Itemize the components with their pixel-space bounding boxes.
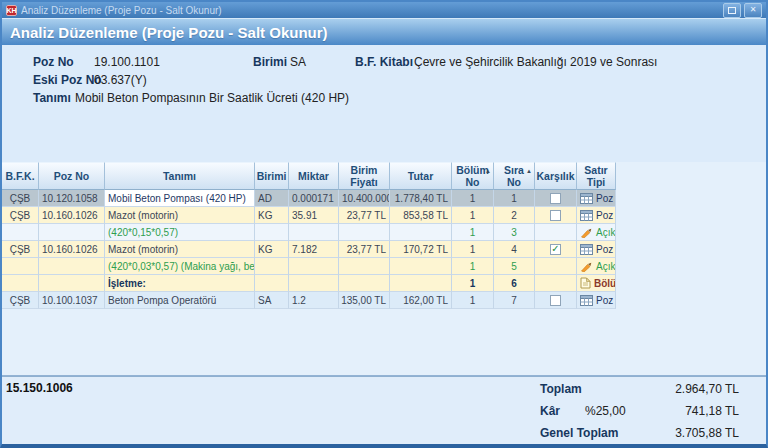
table-row[interactable]: ÇŞB10.160.1026Mazot (motorin)KG35.9123,7… bbox=[2, 207, 766, 224]
rowtype-label: Bölü bbox=[594, 278, 616, 289]
cell-birim_fiyati: 23,77 TL bbox=[339, 241, 390, 258]
cell-miktar: 7.182 bbox=[289, 241, 339, 258]
cell-bfk: ÇŞB bbox=[2, 190, 39, 207]
column-header-label: B.F.K. bbox=[5, 170, 34, 182]
close-button[interactable]: ✕ bbox=[744, 3, 762, 18]
cell-bolum_no: 1 bbox=[452, 224, 494, 241]
kar-label: Kâr bbox=[540, 404, 560, 418]
cell-poz_no: 10.100.1037 bbox=[39, 292, 105, 309]
cell-miktar: 35.91 bbox=[289, 207, 339, 224]
genel-toplam-value: 3.705,88 TL bbox=[675, 426, 739, 440]
cell-tutar: 170,72 TL bbox=[390, 241, 452, 258]
cell-birim_fiyati: 23,77 TL bbox=[339, 207, 390, 224]
cell-karsilik bbox=[535, 190, 577, 207]
table-row[interactable]: (420*0,15*0,57)13Açık bbox=[2, 224, 766, 241]
window-controls: ✕ bbox=[723, 3, 762, 18]
column-header-sira_no[interactable]: Sıra No▲ bbox=[494, 162, 535, 190]
cell-karsilik: ✓ bbox=[535, 241, 577, 258]
karsilik-checkbox[interactable] bbox=[550, 210, 561, 221]
cell-bolum_no: 1 bbox=[452, 292, 494, 309]
column-header-tutar[interactable]: Tutar bbox=[390, 162, 452, 190]
table-grid-icon bbox=[580, 295, 593, 306]
column-header-birim[interactable]: Birimi bbox=[255, 162, 289, 190]
cell-poz_no: 10.160.1026 bbox=[39, 241, 105, 258]
bf-kitabi-value: Çevre ve Şehircilik Bakanlığı 2019 ve So… bbox=[414, 55, 657, 69]
cell-sira_no: 7 bbox=[494, 292, 535, 309]
column-header-bfk[interactable]: B.F.K. bbox=[2, 162, 39, 190]
cell-birim_fiyati: 10.400.000, bbox=[339, 190, 390, 207]
table-row[interactable]: İşletme:16Bölü bbox=[2, 275, 766, 292]
page-title-bar: Analiz Düzenleme (Proje Pozu - Salt Okun… bbox=[2, 18, 766, 46]
cell-miktar: 1.2 bbox=[289, 292, 339, 309]
karsilik-checkbox[interactable]: ✓ bbox=[550, 244, 561, 255]
column-header-satir_tipi[interactable]: Satır Tipi bbox=[577, 162, 616, 190]
rowtype-label: Açık bbox=[596, 261, 615, 272]
cell-poz_no bbox=[39, 258, 105, 275]
column-header-bolum_no[interactable]: Bölüm No▲ bbox=[452, 162, 494, 190]
table-row[interactable]: ÇŞB10.120.1058Mobil Beton Pompası (420 H… bbox=[2, 190, 766, 207]
cell-tutar bbox=[390, 275, 452, 292]
kar-percent: %25,00 bbox=[585, 404, 626, 418]
column-header-birim_fiyati[interactable]: Birim Fiyatı bbox=[339, 162, 390, 190]
table-grid-icon bbox=[580, 193, 593, 204]
cell-sira_no: 3 bbox=[494, 224, 535, 241]
cell-tutar: 162,00 TL bbox=[390, 292, 452, 309]
column-header-label: Miktar bbox=[298, 170, 329, 182]
cell-birim: SA bbox=[255, 292, 289, 309]
cell-bfk: ÇŞB bbox=[2, 292, 39, 309]
cell-birim bbox=[255, 275, 289, 292]
column-header-label: Tanımı bbox=[163, 170, 196, 182]
cell-satir_tipi: Açık bbox=[577, 258, 616, 275]
cell-satir_tipi: Poz bbox=[577, 190, 616, 207]
restore-button[interactable] bbox=[723, 3, 741, 18]
cell-sira_no: 6 bbox=[494, 275, 535, 292]
cell-satir_tipi: Bölü bbox=[577, 275, 616, 292]
cell-tanim: (420*0,03*0,57) (Makina yağı, benz bbox=[105, 258, 255, 275]
cell-karsilik bbox=[535, 292, 577, 309]
rowtype-label: Poz bbox=[596, 210, 613, 221]
cell-poz_no bbox=[39, 224, 105, 241]
cell-sira_no: 4 bbox=[494, 241, 535, 258]
cell-karsilik bbox=[535, 275, 577, 292]
cell-tanim: Mobil Beton Pompası (420 HP) bbox=[105, 190, 255, 207]
cell-tanim: Mazot (motorin) bbox=[105, 207, 255, 224]
cell-birim: KG bbox=[255, 207, 289, 224]
restore-icon bbox=[728, 7, 736, 14]
cell-tanim: Beton Pompa Operatörü bbox=[105, 292, 255, 309]
cell-tutar: 1.778,40 TL bbox=[390, 190, 452, 207]
rowtype-label: Açık bbox=[596, 227, 615, 238]
tanimi-value: Mobil Beton Pompasının Bir Saatlik Ücret… bbox=[75, 91, 349, 105]
karsilik-checkbox[interactable] bbox=[550, 295, 561, 306]
column-header-poz_no[interactable]: Poz No bbox=[39, 162, 105, 190]
table-row[interactable]: ÇŞB10.100.1037Beton Pompa OperatörüSA1.2… bbox=[2, 292, 766, 309]
window-title: Analiz Düzenleme (Proje Pozu - Salt Okun… bbox=[21, 5, 719, 16]
cell-sira_no: 2 bbox=[494, 207, 535, 224]
column-header-miktar[interactable]: Miktar bbox=[289, 162, 339, 190]
cell-birim bbox=[255, 224, 289, 241]
cell-bfk bbox=[2, 275, 39, 292]
table-row[interactable]: (420*0,03*0,57) (Makina yağı, benz15Açık bbox=[2, 258, 766, 275]
close-icon: ✕ bbox=[750, 6, 757, 14]
cell-satir_tipi: Açık bbox=[577, 224, 616, 241]
hand-pencil-icon bbox=[580, 261, 593, 272]
cell-miktar: 0.000171 bbox=[289, 190, 339, 207]
cell-miktar bbox=[289, 258, 339, 275]
cell-satir_tipi: Poz bbox=[577, 241, 616, 258]
cell-karsilik bbox=[535, 207, 577, 224]
karsilik-checkbox[interactable] bbox=[550, 193, 561, 204]
column-header-karsilik[interactable]: Karşılık bbox=[535, 162, 577, 190]
cell-bolum_no: 1 bbox=[452, 258, 494, 275]
column-header-label: Birimi bbox=[257, 170, 287, 182]
cell-birim_fiyati bbox=[339, 258, 390, 275]
eski-poz-no-label: Eski Poz No bbox=[33, 73, 102, 87]
cell-poz_no bbox=[39, 275, 105, 292]
cell-bolum_no: 1 bbox=[452, 275, 494, 292]
cell-bfk bbox=[2, 224, 39, 241]
titlebar[interactable]: KH Analiz Düzenleme (Proje Pozu - Salt O… bbox=[2, 2, 766, 18]
header-fields-panel: Poz No 19.100.1101 Birimi SA B.F. Kitabı… bbox=[2, 45, 766, 147]
column-header-tanim[interactable]: Tanımı bbox=[105, 162, 255, 190]
cell-birim_fiyati: 135,00 TL bbox=[339, 292, 390, 309]
birimi-label: Birimi bbox=[253, 55, 287, 69]
cell-miktar bbox=[289, 275, 339, 292]
table-row[interactable]: ÇŞB10.160.1026Mazot (motorin)KG7.18223,7… bbox=[2, 241, 766, 258]
